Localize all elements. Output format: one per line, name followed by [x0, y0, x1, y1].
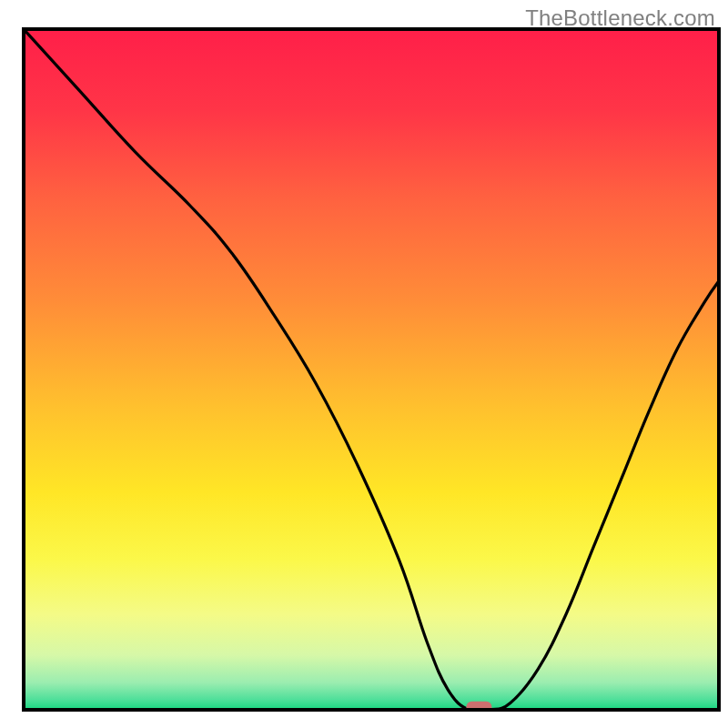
chart-container: TheBottleneck.com — [0, 0, 728, 728]
bottleneck-chart — [0, 0, 728, 728]
watermark-label: TheBottleneck.com — [525, 5, 715, 31]
gradient-background — [24, 29, 719, 710]
marker-point — [466, 702, 491, 714]
